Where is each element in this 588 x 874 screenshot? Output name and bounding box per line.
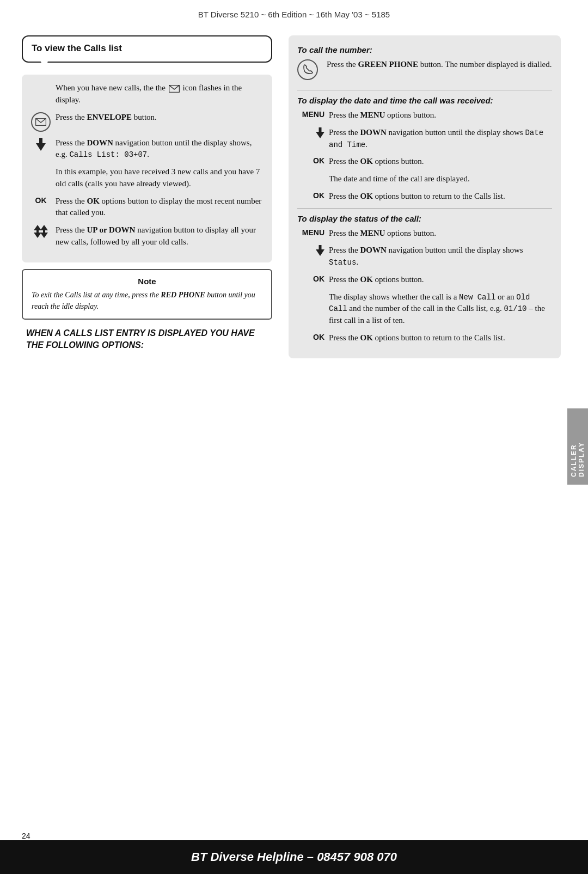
intro-text: When you have new calls, the the icon fl… — [56, 82, 264, 106]
ok-label-r4: OK — [297, 332, 324, 341]
right-column: To call the number: Press the GREEN PHON… — [283, 35, 561, 358]
down-step1-row: Press the DOWN navigation button until t… — [297, 127, 552, 151]
right-content-area: To call the number: Press the GREEN PHON… — [289, 35, 561, 358]
down-arrow-icon-r2 — [297, 245, 324, 256]
step3-row: OK Press the OK options button to displa… — [30, 195, 264, 219]
menu-step2-text: Press the MENU options button. — [329, 228, 552, 240]
para-status-row: The display shows whether the call is a … — [297, 291, 552, 327]
down-arrow-icon-r1 — [297, 127, 324, 138]
para-date-row: The date and time of the call are displa… — [297, 173, 552, 185]
ok-label-r2: OK — [297, 191, 324, 200]
note-text: To exit the Calls list at any time, pres… — [32, 289, 262, 312]
step1-row: Press the ENVELOPE button. — [30, 112, 264, 132]
menu-label-1: MENU — [297, 109, 324, 119]
divider1 — [297, 90, 552, 90]
header-title: BT Diverse 5210 ~ 6th Edition ~ 16th May… — [198, 10, 390, 19]
ok-label-r1: OK — [297, 156, 324, 165]
phone-step-row: Press the GREEN PHONE button. The number… — [297, 59, 552, 84]
ok-step4-row: OK Press the OK options button to return… — [297, 332, 552, 344]
step3-text: Press the OK options button to display t… — [56, 195, 264, 219]
menu-step1-text: Press the MENU options button. — [329, 109, 552, 121]
divider2 — [297, 208, 552, 209]
section-title: To view the Calls list — [32, 43, 122, 53]
para1-row: In this example, you have received 3 new… — [30, 166, 264, 190]
para1-text: In this example, you have received 3 new… — [56, 166, 264, 190]
page-footer: BT Diverse Helpline – 08457 908 070 — [0, 840, 588, 874]
updown-arrow-icon — [30, 224, 51, 238]
phone-step-text: Press the GREEN PHONE button. The number… — [327, 59, 552, 71]
page-header: BT Diverse 5210 ~ 6th Edition ~ 16th May… — [0, 0, 588, 25]
svg-marker-9 — [40, 233, 48, 238]
step4-text: Press the UP or DOWN navigation button t… — [56, 224, 264, 248]
section3-heading: To display the status of the call: — [297, 214, 552, 223]
ok-step4-text: Press the OK options button to return to… — [329, 332, 552, 344]
down-step2-text: Press the DOWN navigation button until t… — [329, 245, 552, 268]
ok-label-r3: OK — [297, 274, 324, 283]
ok-step2-row: OK Press the OK options button to return… — [297, 191, 552, 203]
ok-step1-row: OK Press the OK options button. — [297, 156, 552, 168]
down-step2-row: Press the DOWN navigation button until t… — [297, 245, 552, 268]
caller-display-tab: CALLER DISPLAY — [567, 408, 588, 485]
left-column: To view the Calls list When you have new… — [22, 35, 283, 358]
down-arrow-icon — [30, 137, 51, 151]
ok-step3-text: Press the OK options button. — [329, 274, 552, 286]
para-status-text: The display shows whether the call is a … — [329, 291, 552, 327]
spacer-r2 — [297, 291, 324, 292]
intro-row: When you have new calls, the the icon fl… — [30, 82, 264, 106]
left-content-area: When you have new calls, the the icon fl… — [22, 75, 272, 262]
section-title-box: To view the Calls list — [22, 35, 272, 63]
down-step1-text: Press the DOWN navigation button until t… — [329, 127, 552, 151]
spacer-icon — [30, 82, 51, 83]
ok-label-step3: OK — [30, 195, 51, 205]
step2-text: Press the DOWN navigation button until t… — [56, 137, 264, 161]
step1-text: Press the ENVELOPE button. — [56, 112, 264, 124]
step2-row: Press the DOWN navigation button until t… — [30, 137, 264, 161]
svg-marker-2 — [36, 143, 46, 151]
phone-circle-icon — [297, 59, 322, 84]
svg-rect-13 — [319, 245, 322, 250]
section2-heading: To display the date and time the call wa… — [297, 96, 552, 105]
footer-helpline: BT Diverse Helpline – 08457 908 070 — [191, 850, 397, 864]
note-title: Note — [32, 277, 262, 286]
svg-rect-11 — [319, 127, 322, 133]
ok-step3-row: OK Press the OK options button. — [297, 274, 552, 286]
spacer-r1 — [297, 173, 324, 174]
menu-label-2: MENU — [297, 228, 324, 237]
para-date-text: The date and time of the call are displa… — [329, 173, 552, 185]
note-box: Note To exit the Calls list at any time,… — [22, 269, 272, 320]
section1-heading: To call the number: — [297, 45, 552, 54]
ok-step1-text: Press the OK options button. — [329, 156, 552, 168]
circle-envelope-icon — [30, 112, 51, 132]
small-envelope-icon — [168, 83, 183, 92]
svg-rect-3 — [39, 138, 42, 144]
ok-step2-text: Press the OK options button to return to… — [329, 191, 552, 203]
menu-step2-row: MENU Press the MENU options button. — [297, 228, 552, 240]
page-number: 24 — [22, 832, 30, 840]
menu-step1-row: MENU Press the MENU options button. — [297, 109, 552, 121]
step4-row: Press the UP or DOWN navigation button t… — [30, 224, 264, 248]
following-options: WHEN A CALLS LIST ENTRY IS DISPLAYED YOU… — [22, 327, 272, 352]
